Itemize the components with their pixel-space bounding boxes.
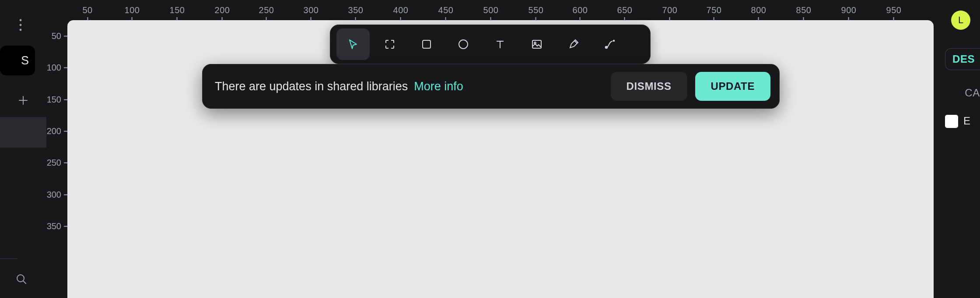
add-page-icon[interactable] (17, 94, 30, 109)
notification-message: There are updates in shared libraries (215, 80, 408, 93)
ruler-tick: 50 (82, 5, 92, 21)
design-tab[interactable]: DES (945, 48, 980, 70)
ruler-tick: 850 (796, 5, 812, 21)
ruler-tick: 500 (483, 5, 499, 21)
ruler-tick: 250 (259, 5, 274, 21)
ruler-tick: 300 (304, 5, 319, 21)
left-sidebar: S (0, 0, 46, 298)
page-pill[interactable]: S (0, 46, 35, 75)
ruler-tick: 900 (841, 5, 857, 21)
right-panel: L DES CANV E (942, 0, 980, 298)
library-update-notification: There are updates in shared libraries Mo… (202, 64, 780, 109)
ruler-tick: 100 (125, 5, 140, 21)
svg-point-1 (20, 24, 22, 26)
canvas-color-swatch[interactable] (945, 115, 958, 128)
ruler-tick: 150 (46, 95, 64, 105)
search-icon[interactable] (15, 273, 28, 287)
svg-rect-4 (423, 40, 430, 48)
ruler-tick: 50 (46, 31, 64, 41)
page-pill-label: S (21, 54, 29, 67)
ruler-tick: 250 (46, 158, 64, 168)
dismiss-button[interactable]: DISMISS (611, 72, 687, 101)
canvas-color-label: E (963, 115, 970, 127)
tool-path[interactable] (594, 28, 627, 60)
ruler-tick: 700 (662, 5, 678, 21)
sidebar-divider (0, 259, 18, 259)
tool-frame[interactable] (373, 28, 406, 60)
svg-point-0 (20, 19, 22, 21)
ruler-tick: 350 (46, 221, 64, 231)
tool-rectangle[interactable] (410, 28, 443, 60)
ruler-tick: 450 (438, 5, 454, 21)
svg-point-8 (606, 46, 608, 49)
ruler-tick: 750 (707, 5, 722, 21)
ruler-tick: 100 (46, 63, 64, 73)
ruler-tick: 150 (170, 5, 185, 21)
ruler-tick: 350 (348, 5, 364, 21)
tool-pen[interactable] (557, 28, 590, 60)
toolbar (330, 25, 651, 64)
ruler-tick: 200 (46, 126, 64, 136)
ruler-tick: 800 (751, 5, 766, 21)
tool-image[interactable] (520, 28, 553, 60)
ruler-tick: 950 (886, 5, 902, 21)
layer-item-selected[interactable] (0, 117, 46, 148)
ruler-tick: 550 (528, 5, 544, 21)
svg-rect-6 (532, 40, 541, 48)
canvas-section-label: CANV (965, 87, 980, 99)
ruler-tick: 200 (215, 5, 230, 21)
ruler-tick: 600 (573, 5, 588, 21)
svg-point-9 (613, 40, 615, 42)
more-info-link[interactable]: More info (414, 80, 463, 93)
tool-ellipse[interactable] (447, 28, 480, 60)
kebab-menu-icon[interactable] (16, 18, 25, 34)
ruler-tick: 650 (617, 5, 633, 21)
svg-point-5 (459, 40, 468, 49)
tool-pointer[interactable] (336, 28, 370, 60)
user-avatar[interactable]: L (951, 11, 970, 30)
tool-text[interactable] (483, 28, 517, 60)
update-button[interactable]: UPDATE (695, 72, 771, 101)
ruler-tick: 300 (46, 190, 64, 200)
svg-point-2 (20, 29, 22, 31)
ruler-tick: 400 (393, 5, 409, 21)
